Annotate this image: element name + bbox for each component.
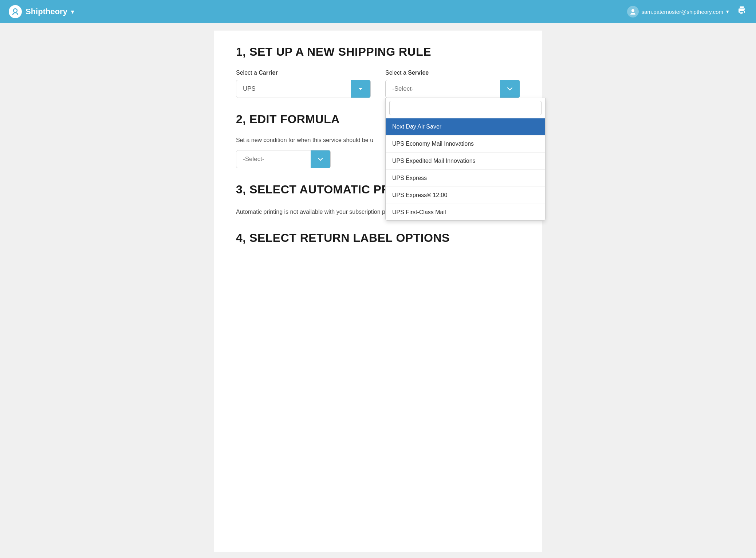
carrier-form-group: Select a Carrier UPS [236,70,371,98]
condition-select-button[interactable] [311,150,330,168]
condition-select-wrapper: -Select- [236,150,331,168]
dropdown-search-area [386,98,545,118]
service-select-wrapper: -Select- [385,80,520,98]
list-item[interactable]: UPS Economy Mail Innovations [386,135,545,153]
svg-point-7 [744,10,745,11]
header-chevron-icon[interactable]: ▾ [71,8,74,15]
carrier-select-button[interactable] [351,80,370,98]
carrier-label: Select a Carrier [236,70,371,76]
service-dropdown: Next Day Air Saver UPS Economy Mail Inno… [385,98,546,221]
svg-point-0 [13,9,17,12]
svg-rect-6 [740,13,743,14]
list-item[interactable]: UPS Expedited Mail Innovations [386,153,545,170]
service-select-button[interactable] [500,80,520,98]
step1-row: Select a Carrier UPS Select a Service -S… [236,70,520,98]
printer-icon[interactable] [736,5,747,18]
header-logo-area[interactable]: Shiptheory ▾ [9,5,74,18]
user-chevron-icon: ▾ [726,8,729,15]
condition-select-display[interactable]: -Select- [236,150,311,168]
user-menu[interactable]: sam.paternoster@shiptheory.com ▾ [627,6,729,17]
app-header: Shiptheory ▾ sam.paternoster@shiptheory.… [0,0,756,23]
list-item[interactable]: Next Day Air Saver [386,118,545,135]
list-item[interactable]: UPS Express [386,170,545,187]
logo-icon [9,5,22,18]
list-item[interactable]: UPS First-Class Mail [386,204,545,220]
carrier-select-wrapper: UPS [236,80,371,98]
dropdown-search-input[interactable] [389,101,542,115]
list-item[interactable]: UPS Express® 12:00 [386,187,545,204]
user-email: sam.paternoster@shiptheory.com [642,9,723,15]
svg-rect-5 [740,12,743,13]
service-label: Select a Service [385,70,520,76]
step4-section: 4, SELECT RETURN LABEL OPTIONS [236,231,520,245]
svg-rect-3 [740,6,744,9]
service-select-display[interactable]: -Select- [386,80,500,98]
step4-heading: 4, SELECT RETURN LABEL OPTIONS [236,231,520,245]
carrier-select-display[interactable]: UPS [236,80,351,98]
service-form-group: Select a Service -Select- Next Day Air S… [385,70,520,98]
header-right-area: sam.paternoster@shiptheory.com ▾ [627,5,747,18]
main-content: 1, SET UP A NEW SHIPPING RULE Select a C… [214,31,542,552]
logo-text: Shiptheory [25,7,67,16]
svg-point-1 [631,9,634,12]
step1-heading: 1, SET UP A NEW SHIPPING RULE [236,45,520,59]
user-avatar-icon [627,6,639,17]
service-dropdown-list: Next Day Air Saver UPS Economy Mail Inno… [386,118,545,220]
